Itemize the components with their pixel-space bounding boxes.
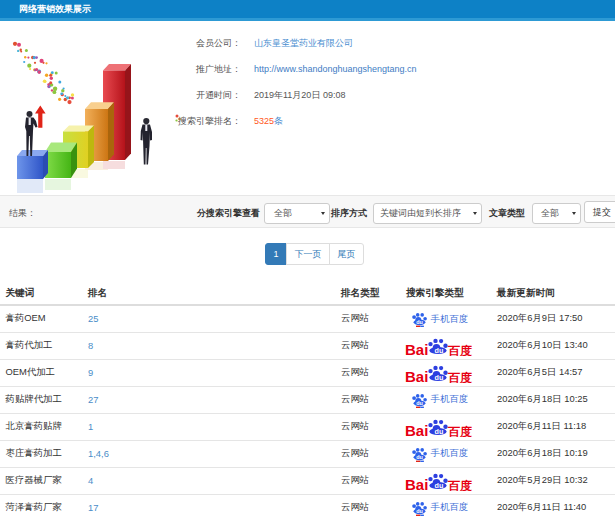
svg-text:du: du — [416, 400, 423, 406]
svg-text:Bai: Bai — [405, 422, 428, 437]
svg-text:Bai: Bai — [405, 476, 428, 491]
svg-text:Bai: Bai — [405, 368, 428, 383]
svg-text:Bai: Bai — [405, 341, 428, 356]
svg-text:百度: 百度 — [447, 425, 472, 437]
svg-text:du: du — [416, 319, 423, 325]
svg-text:du: du — [435, 481, 444, 490]
svg-text:du: du — [435, 373, 444, 382]
svg-text:百度: 百度 — [447, 371, 472, 383]
svg-text:du: du — [416, 454, 423, 460]
svg-text:百度: 百度 — [447, 344, 472, 356]
svg-text:du: du — [416, 508, 423, 514]
svg-text:du: du — [435, 427, 444, 436]
svg-text:du: du — [435, 346, 444, 355]
svg-text:百度: 百度 — [447, 479, 472, 491]
